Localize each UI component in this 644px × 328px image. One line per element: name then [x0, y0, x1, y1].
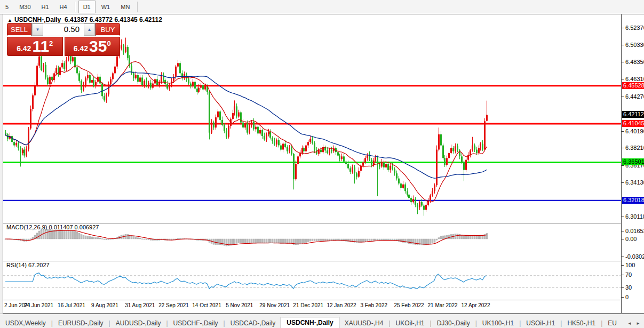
axis-tick [622, 257, 624, 257]
sell-price-button[interactable]: 6.42 11 2 [7, 37, 63, 56]
buy-price-button[interactable]: 6.42 35 0 [65, 37, 121, 56]
chart-tab-eurusd-daily[interactable]: EURUSD-,Daily [53, 318, 109, 328]
chart-tab-usdcad-daily[interactable]: USDCAD-,Daily [225, 318, 281, 328]
timeframe-button-mn[interactable]: MN [116, 1, 134, 13]
tab-scroll-right-icon[interactable]: ► [634, 319, 642, 328]
chart-title: ▲USDCNH-,Daily 6.41387 6.43772 6.41345 6… [7, 16, 162, 23]
symbol-label: USDCNH-,Daily [14, 16, 61, 23]
sell-price-sup: 2 [49, 39, 53, 47]
axis-tick [622, 217, 624, 217]
chart-tab-audusd-daily[interactable]: AUDUSD-,Daily [110, 318, 166, 328]
macd-axis-label: 0.01653 [625, 228, 644, 234]
chart-tab-usdchf-daily[interactable]: USDCHF-,Daily [168, 318, 224, 328]
chart-tab-usdx-weekly[interactable]: USDX,Weekly [0, 318, 51, 328]
buy-price-small: 6.42 [74, 43, 88, 54]
date-axis-label: 29 Nov 2021 [259, 302, 290, 308]
price-axis-label: 6.48350 [625, 59, 644, 65]
price-axis-label: 6.30110 [625, 213, 644, 220]
date-axis-label: 21 Dec 2021 [293, 302, 323, 308]
rsi-indicator-pane[interactable] [3, 261, 621, 300]
date-axis-label: 12 Jan 2022 [327, 302, 356, 308]
timeframe-button-m30[interactable]: M30 [14, 1, 35, 13]
rsi-axis-label: 30 [625, 284, 632, 291]
timeframe-button-5[interactable]: 5 [1, 1, 13, 13]
price-badge: 6.32018 [622, 197, 644, 204]
rsi-label: RSI(14) 67.2027 [6, 262, 50, 268]
chart-tab-ukoil-h1[interactable]: UKOil-,H1 [391, 318, 430, 328]
sell-price-small: 6.42 [17, 43, 31, 54]
tab-scroll-left-icon[interactable]: ◄ [625, 319, 634, 328]
axis-tick [622, 28, 624, 28]
chart-tab-uk100-h1[interactable]: UK100-,H1 [477, 318, 519, 328]
price-axis-label: 6.34130 [625, 179, 644, 186]
chart-tab-dj30-daily[interactable]: DJ30-,Daily [432, 318, 475, 328]
axis-tick [622, 148, 624, 148]
chart-tab-bar: USDX,Weekly|EURUSD-,Daily|AUDUSD-,Daily|… [0, 314, 644, 328]
price-axis[interactable]: 6.523706.503306.483506.463106.442706.401… [621, 14, 644, 313]
buy-price-sup: 0 [107, 39, 110, 47]
axis-tick [622, 79, 624, 79]
price-badge: 6.42112 [622, 111, 644, 118]
chart-tab-hk50-h1[interactable]: HK50-,H1 [562, 318, 601, 328]
price-axis-label: 6.46310 [625, 76, 644, 82]
rsi-line [5, 273, 487, 289]
axis-tick [622, 239, 624, 239]
timeframe-toolbar: 5M30H1H4D1W1MN [0, 0, 644, 14]
chart-tab-usdcnh-daily[interactable]: USDCNH-,Daily [281, 317, 339, 328]
date-axis-label: 16 Jul 2021 [58, 302, 85, 308]
volume-increase-button[interactable]: ▲ [84, 23, 95, 36]
axis-tick [622, 62, 624, 62]
timeframe-button-w1[interactable]: W1 [97, 1, 115, 13]
rsi-axis-label: 100 [625, 262, 635, 268]
date-axis-label: 5 Nov 2021 [226, 302, 253, 308]
ohlc-values: 6.41387 6.43772 6.41345 6.42112 [65, 16, 162, 23]
macd-axis-label: 0.00 [625, 236, 637, 242]
axis-tick [622, 131, 624, 132]
volume-decrease-button[interactable]: ▼ [32, 23, 43, 36]
tab-scroll-controls: ◄► [625, 319, 644, 328]
date-axis-label: 24 Jun 2021 [24, 302, 53, 308]
chart-tab-eu[interactable]: EU [602, 318, 622, 328]
timeframe-button-d1[interactable]: D1 [78, 1, 96, 13]
axis-tick [622, 231, 624, 231]
timeframe-button-h4[interactable]: H4 [55, 1, 72, 13]
date-axis-label: 3 Feb 2022 [360, 302, 387, 308]
sell-button[interactable]: SELL [7, 23, 31, 36]
price-axis-label: 6.44270 [625, 93, 644, 100]
date-axis-label: 31 Aug 2021 [125, 302, 155, 308]
date-axis-label: 25 Feb 2022 [394, 302, 424, 308]
price-axis-label: 6.38210 [625, 145, 644, 151]
macd-label: MACD(12,26,9) 0.011407 0.006927 [6, 224, 99, 230]
axis-tick [622, 287, 624, 288]
pane-separator [3, 300, 644, 300]
chart-window: ▲USDCNH-,Daily 6.41387 6.43772 6.41345 6… [3, 14, 644, 314]
date-axis-label: 9 Aug 2021 [91, 302, 118, 308]
date-axis[interactable]: 2 Jun 202124 Jun 202116 Jul 20219 Aug 20… [3, 301, 621, 313]
axis-tick [622, 265, 624, 266]
collapse-arrow-icon[interactable]: ▲ [7, 18, 12, 23]
date-axis-label: 21 Mar 2022 [428, 302, 458, 308]
axis-tick [622, 182, 624, 183]
price-axis-label: 6.50330 [625, 42, 644, 48]
price-badge: 6.41045 [622, 120, 644, 127]
axis-tick [622, 297, 624, 298]
price-badge: 6.36501 [622, 158, 644, 165]
buy-button[interactable]: BUY [96, 23, 120, 36]
axis-tick [622, 45, 624, 45]
timeframe-button-h1[interactable]: H1 [37, 1, 54, 13]
price-badge: 6.45528 [622, 82, 644, 89]
rsi-axis-label: 0 [625, 294, 629, 300]
axis-tick [622, 97, 624, 97]
rsi-axis-label: 70 [625, 271, 632, 278]
price-axis-label: 6.40190 [625, 128, 644, 134]
date-axis-label: 14 Oct 2021 [192, 302, 221, 308]
toolbar-separator [75, 2, 76, 12]
volume-spinner: ▼ 0.50 ▲ [31, 23, 96, 36]
sell-price-big: 11 [32, 39, 49, 54]
buy-price-big: 35 [89, 39, 107, 54]
chart-tab-usoil-h1[interactable]: USOil-,H1 [521, 318, 560, 328]
volume-input[interactable]: 0.50 [43, 23, 84, 36]
chart-tab-xauusd-h4[interactable]: XAUUSD-,H4 [339, 318, 389, 328]
one-click-trading-panel: SELL ▼ 0.50 ▲ BUY 6.42 11 2 6.42 35 0 [7, 23, 120, 56]
date-axis-label: 22 Sep 2021 [158, 302, 189, 308]
